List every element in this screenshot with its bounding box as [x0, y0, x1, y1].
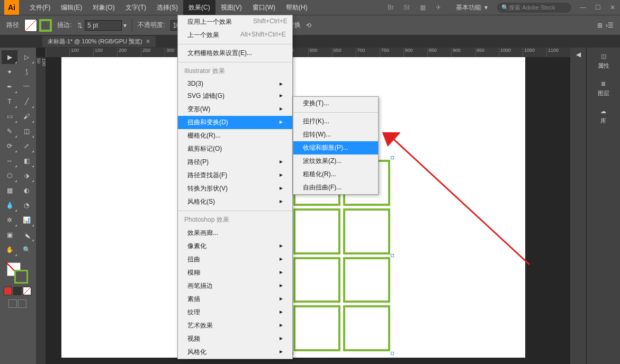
selection-tool[interactable]: ▶ — [2, 50, 17, 64]
effect-gallery-item[interactable]: 效果画廊... — [178, 226, 292, 240]
shaper-tool[interactable]: ✎ — [2, 124, 17, 138]
menu-view[interactable]: 视图(V) — [215, 0, 247, 15]
blend-tool[interactable]: ◔ — [19, 198, 34, 212]
layers-panel-item[interactable]: ≣ 图层 — [587, 75, 620, 103]
transform-each-item[interactable]: 变换(T)... — [293, 97, 378, 110]
menu-effect[interactable]: 效果(C) — [183, 0, 215, 15]
magic-wand-tool[interactable]: ✦ — [2, 65, 17, 79]
minimize-button[interactable]: — — [576, 1, 590, 14]
zoom-tool[interactable]: 🔍 — [19, 243, 34, 257]
brush-tool[interactable]: 🖌 — [19, 110, 34, 123]
close-tab-icon[interactable]: ✕ — [146, 38, 150, 45]
gradient-tool[interactable]: ◐ — [19, 184, 34, 197]
distort-transform-item[interactable]: 扭曲和变换(D)▸ — [178, 116, 292, 129]
last-effect-item[interactable]: 上一个效果Alt+Shift+Ctrl+E — [178, 29, 292, 42]
maximize-button[interactable]: ☐ — [590, 1, 605, 14]
menu-object[interactable]: 对象(O) — [87, 0, 120, 15]
color-mode-fill[interactable] — [4, 287, 12, 295]
close-button[interactable]: ✕ — [605, 1, 620, 14]
free-distort-item[interactable]: 自由扭曲(F)... — [293, 181, 378, 194]
stroke-swatch[interactable] — [39, 19, 52, 32]
arrange-icon[interactable]: ▦ — [416, 2, 429, 13]
eraser-tool[interactable]: ◫ — [19, 124, 34, 138]
type-tool[interactable]: T — [2, 95, 17, 108]
opacity-label: 不透明度: — [138, 21, 165, 30]
rotate-tool[interactable]: ⟳ — [2, 139, 17, 153]
pathfinder-item[interactable]: 路径查找器(F)▸ — [178, 169, 292, 182]
pucker-bloat-item[interactable]: 收缩和膨胀(P)... — [293, 141, 378, 154]
search-input[interactable]: 🔍 搜索 Adobe Stock — [497, 3, 571, 13]
menu-file[interactable]: 文件(F) — [24, 0, 56, 15]
perspective-tool[interactable]: ⬗ — [19, 169, 34, 183]
app-logo: Ai — [4, 0, 19, 15]
scale-tool[interactable]: ⤢ — [19, 139, 34, 153]
svg-filters-item[interactable]: SVG 滤镜(G)▸ — [178, 89, 292, 103]
video-item[interactable]: 视频▸ — [178, 332, 292, 345]
convert-shape-item[interactable]: 转换为形状(V)▸ — [178, 182, 292, 195]
menu-select[interactable]: 选择(S) — [151, 0, 183, 15]
3d-item[interactable]: 3D(3)▸ — [178, 78, 292, 89]
raster-settings-item[interactable]: 文档栅格效果设置(E)... — [178, 47, 292, 60]
color-mode-gradient[interactable] — [13, 287, 22, 295]
graph-tool[interactable]: 📊 — [19, 213, 34, 227]
right-dock-collapsed[interactable]: ◀ — [570, 48, 586, 364]
free-transform-tool[interactable]: ◧ — [19, 154, 34, 168]
document-tab[interactable]: 未标题-1* @ 100% (RGB/GPU 预览) ✕ — [42, 36, 156, 47]
rasterize-item[interactable]: 栅格化(R)... — [178, 129, 292, 142]
sketch-item[interactable]: 素描▸ — [178, 293, 292, 306]
tweak-item[interactable]: 扭拧(K)... — [293, 115, 378, 128]
fill-swatch[interactable] — [24, 19, 37, 32]
stroke-weight-input[interactable]: ⮁5 pt▾ — [77, 20, 127, 31]
apply-last-effect-item[interactable]: 应用上一个效果Shift+Ctrl+E — [178, 15, 292, 29]
workspace-select[interactable]: 基本功能▾ — [451, 2, 493, 14]
lasso-tool[interactable]: ⟆ — [19, 65, 34, 79]
artboard-tool[interactable]: ▣ — [2, 228, 17, 242]
symbol-sprayer-tool[interactable]: ✲ — [2, 213, 17, 227]
stylize-item[interactable]: 风格化(S)▸ — [178, 195, 292, 208]
warp-item[interactable]: 变形(W)▸ — [178, 103, 292, 116]
screen-mode-full[interactable] — [18, 299, 26, 308]
shape-builder-tool[interactable]: ⬡ — [2, 169, 17, 183]
isolate-icon[interactable]: ⟲ — [306, 22, 311, 29]
left-toolbar: ▶ ▷ ✦ ⟆ ✒ 〰 T ╱ ▭ 🖌 ✎ ◫ ⟳ ⤢ ↔ ◧ ⬡ ⬗ ▦ ◐ … — [0, 48, 36, 364]
pen-tool[interactable]: ✒ — [2, 80, 17, 94]
panel-menu-icon[interactable]: ›☰ — [606, 22, 614, 29]
horizontal-ruler[interactable]: 1001502002503003504004505005506006507007… — [46, 48, 570, 57]
libraries-panel-item[interactable]: ☁ 库 — [587, 103, 620, 130]
crop-marks-item[interactable]: 裁剪标记(O) — [178, 142, 292, 156]
line-tool[interactable]: ╱ — [19, 95, 34, 108]
color-mode-none[interactable] — [23, 287, 31, 295]
zigzag-item[interactable]: 波纹效果(Z)... — [293, 154, 378, 168]
slice-tool[interactable]: 🔪 — [19, 228, 34, 242]
stock-icon[interactable]: St — [400, 2, 413, 13]
texture-item[interactable]: 纹理▸ — [178, 306, 292, 319]
bridge-icon[interactable]: Br — [384, 2, 397, 13]
curvature-tool[interactable]: 〰 — [19, 80, 34, 94]
eyedropper-tool[interactable]: 💧 — [2, 198, 17, 212]
path-item[interactable]: 路径(P)▸ — [178, 156, 292, 169]
artistic-item[interactable]: 艺术效果▸ — [178, 319, 292, 332]
hand-tool[interactable]: ✋ — [2, 243, 17, 257]
panel-dock-icon[interactable]: ⊞ — [597, 22, 603, 29]
document-tab-title: 未标题-1* @ 100% (RGB/GPU 预览) — [48, 38, 142, 46]
screen-mode-normal[interactable] — [8, 299, 17, 308]
mesh-tool[interactable]: ▦ — [2, 184, 17, 197]
stylize2-item[interactable]: 风格化▸ — [178, 345, 292, 359]
rectangle-tool[interactable]: ▭ — [2, 110, 17, 123]
pixelate-item[interactable]: 像素化▸ — [178, 240, 292, 253]
distort2-item[interactable]: 扭曲▸ — [178, 253, 292, 266]
twist-item[interactable]: 扭转(W)... — [293, 128, 378, 141]
width-tool[interactable]: ↔ — [2, 154, 17, 168]
roughen-item[interactable]: 粗糙化(R)... — [293, 168, 378, 181]
direct-selection-tool[interactable]: ▷ — [19, 50, 34, 64]
gpu-icon[interactable]: ✈ — [432, 2, 445, 13]
fill-stroke-swatch[interactable] — [7, 262, 28, 284]
menu-edit[interactable]: 编辑(E) — [56, 0, 87, 15]
properties-panel-item[interactable]: ◫ 属性 — [587, 48, 620, 75]
blur-item[interactable]: 模糊▸ — [178, 266, 292, 279]
vertical-ruler[interactable]: 5010015020025030035040045050055060065070… — [36, 57, 46, 364]
menu-window[interactable]: 窗口(W) — [247, 0, 281, 15]
brush-strokes-item[interactable]: 画笔描边▸ — [178, 279, 292, 293]
menu-help[interactable]: 帮助(H) — [281, 0, 313, 15]
menu-type[interactable]: 文字(T) — [120, 0, 151, 15]
